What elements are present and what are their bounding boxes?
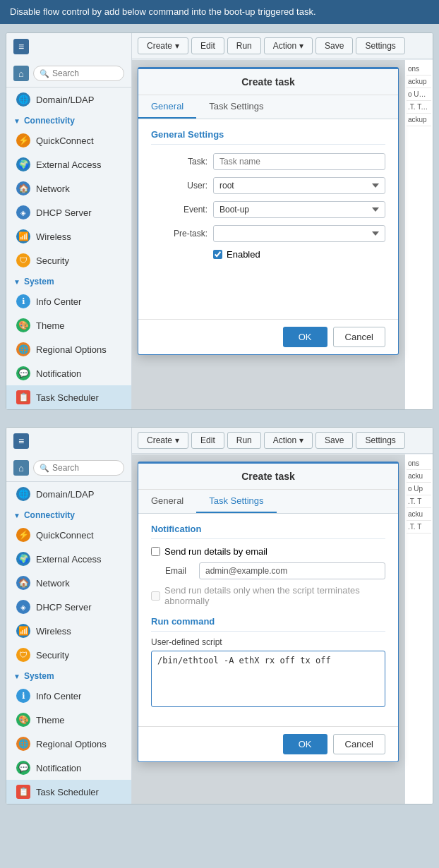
email-input[interactable]: [199, 562, 385, 579]
sidebar-item-dhcp[interactable]: ◈ DHCP Server: [6, 200, 131, 224]
script-textarea[interactable]: /bin/ethtool -A ethX rx off tx off: [151, 651, 385, 707]
sidebar-item-label: External Access: [36, 554, 102, 565]
dialog-title-2: Create task: [138, 464, 398, 490]
sidebar-item-info[interactable]: ℹ Info Center: [6, 289, 131, 313]
sidebar-item-domain[interactable]: 🌐 Domain/LDAP: [6, 88, 131, 111]
sidebar-item-quickconnect[interactable]: ⚡ QuickConnect: [6, 128, 131, 152]
banner-text: Disable flow control by add below comman…: [10, 6, 316, 17]
sidebar-item-regional[interactable]: 🌐 Regional Options: [6, 337, 131, 361]
sidebar-item-external[interactable]: 🌍 External Access: [6, 152, 131, 176]
sidebar-item-security[interactable]: 🛡 Security: [6, 248, 131, 272]
cancel-button-1[interactable]: Cancel: [333, 327, 385, 347]
sidebar-item-label: DHCP Server: [36, 602, 92, 613]
sidebar-item-network-2[interactable]: 🏠 Network: [6, 571, 131, 595]
peek-row-3: .T. Test: [407, 101, 431, 114]
info-icon: ℹ: [16, 294, 30, 308]
sidebar-item-task[interactable]: 📋 Task Scheduler: [6, 385, 131, 409]
settings-button-2[interactable]: Settings: [356, 432, 404, 449]
section-system-2[interactable]: ▼ System: [6, 667, 131, 684]
edit-button-2[interactable]: Edit: [191, 432, 224, 449]
sidebar-item-task-2[interactable]: 📋 Task Scheduler: [6, 780, 131, 804]
dialog-body-1: General Settings Task: User: root: [138, 119, 398, 277]
dialog-title-1: Create task: [138, 69, 398, 95]
sidebar-item-external-2[interactable]: 🌍 External Access: [6, 547, 131, 571]
run-button-1[interactable]: Run: [227, 37, 261, 54]
create-button-2[interactable]: Create ▾: [138, 432, 188, 449]
send-email-checkbox[interactable]: [151, 547, 160, 556]
edit-button-1[interactable]: Edit: [191, 37, 224, 54]
tab-task-settings-2[interactable]: Task Settings: [196, 490, 276, 513]
user-script-label: User-defined script: [151, 637, 385, 647]
sidebar-item-label: Security: [36, 650, 69, 661]
pretask-field-label: Pre-task:: [151, 229, 208, 239]
domain-icon: 🌐: [16, 92, 30, 107]
send-abnormal-checkbox[interactable]: [151, 591, 160, 601]
section-system[interactable]: ▼ System: [6, 272, 131, 289]
theme-icon: 🎨: [16, 318, 30, 332]
create-task-dialog-1: Create task General Task Settings Genera…: [138, 67, 399, 355]
peek-row-2-3: .T. T: [407, 495, 431, 508]
sidebar-item-network[interactable]: 🏠 Network: [6, 176, 131, 200]
action-button-1[interactable]: Action ▾: [264, 37, 313, 54]
sidebar-item-quickconnect-2[interactable]: ⚡ QuickConnect: [6, 523, 131, 547]
sidebar-item-label: Info Center: [36, 296, 81, 307]
dialog-overlay-2: Create task General Task Settings Notifi…: [132, 454, 404, 804]
section-connectivity-label-2: Connectivity: [24, 510, 75, 520]
save-button-2[interactable]: Save: [315, 432, 353, 449]
sidebar-item-theme-2[interactable]: 🎨 Theme: [6, 708, 131, 732]
quickconnect-icon-2: ⚡: [16, 528, 30, 542]
tab-general-1[interactable]: General: [138, 95, 196, 119]
sidebar-item-label: DHCP Server: [36, 207, 92, 218]
sidebar-item-info-2[interactable]: ℹ Info Center: [6, 684, 131, 708]
user-select[interactable]: root: [213, 177, 385, 194]
settings-button-1[interactable]: Settings: [356, 37, 404, 54]
sidebar-item-security-2[interactable]: 🛡 Security: [6, 643, 131, 667]
search-input-1[interactable]: [52, 68, 118, 78]
run-button-2[interactable]: Run: [227, 432, 261, 449]
chevron-connectivity-2: ▼: [13, 512, 20, 519]
cancel-button-2[interactable]: Cancel: [333, 734, 385, 754]
sidebar-item-wireless[interactable]: 📶 Wireless: [6, 224, 131, 248]
main-panel-2: ≡ ⌂ 🔍 🌐 Domain/LDAP ▼ Connectivity ⚡ Qui…: [6, 427, 433, 804]
sidebar-item-regional-2[interactable]: 🌐 Regional Options: [6, 732, 131, 756]
run-label-2: Run: [236, 435, 252, 445]
section-connectivity-2[interactable]: ▼ Connectivity: [6, 506, 131, 523]
sidebar-item-notification[interactable]: 💬 Notification: [6, 361, 131, 385]
tab-task-settings-1[interactable]: Task Settings: [196, 95, 276, 119]
search-icon-1: 🔍: [40, 69, 49, 78]
event-select[interactable]: Boot-up: [213, 201, 385, 218]
sidebar-item-label: Theme: [36, 320, 64, 331]
sidebar-item-label: QuickConnect: [36, 135, 94, 146]
edit-label-2: Edit: [200, 435, 215, 445]
task-field-row: Task:: [151, 153, 385, 170]
sidebar-item-notification-2[interactable]: 💬 Notification: [6, 756, 131, 780]
sidebar-item-theme[interactable]: 🎨 Theme: [6, 313, 131, 337]
sidebar-item-label: Task Scheduler: [36, 392, 99, 403]
save-button-1[interactable]: Save: [315, 37, 353, 54]
sidebar-item-label: Wireless: [36, 231, 71, 242]
search-input-2[interactable]: [52, 463, 118, 473]
app-logo-1: ≡: [13, 39, 29, 54]
sidebar-item-wireless-2[interactable]: 📶 Wireless: [6, 619, 131, 643]
section-connectivity[interactable]: ▼ Connectivity: [6, 111, 131, 128]
action-button-2[interactable]: Action ▾: [264, 432, 313, 449]
notification-icon-2: 💬: [16, 761, 30, 775]
enabled-checkbox-1[interactable]: [213, 250, 222, 259]
sidebar-item-domain-2[interactable]: 🌐 Domain/LDAP: [6, 482, 131, 506]
home-button-1[interactable]: ⌂: [13, 66, 29, 81]
settings-label-2: Settings: [365, 435, 395, 445]
user-field-row: User: root: [151, 177, 385, 194]
tab-general-2[interactable]: General: [138, 490, 196, 513]
ok-button-1[interactable]: OK: [283, 327, 327, 347]
create-button-1[interactable]: Create ▾: [138, 37, 188, 54]
home-button-2[interactable]: ⌂: [13, 460, 29, 476]
send-email-row: Send run details by email: [151, 546, 385, 557]
quickconnect-icon: ⚡: [16, 133, 30, 147]
sidebar-item-dhcp-2[interactable]: ◈ DHCP Server: [6, 595, 131, 619]
pretask-select[interactable]: [213, 225, 385, 242]
task-name-input[interactable]: [213, 153, 385, 170]
create-chevron-2: ▾: [175, 435, 179, 445]
peek-row-2-1: acku: [407, 470, 431, 483]
sidebar-item-label: Regional Options: [36, 344, 107, 355]
ok-button-2[interactable]: OK: [283, 734, 327, 754]
